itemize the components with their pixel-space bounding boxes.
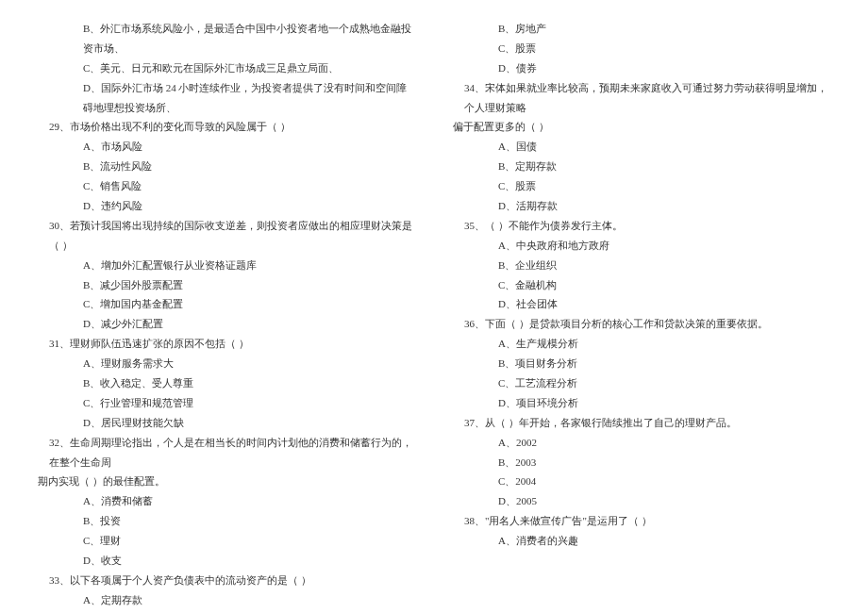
q32-option-a: A、消费和储蓄 (38, 491, 415, 511)
q35-option-d: D、社会团体 (453, 294, 830, 314)
q35-stem: 35、（ ）不能作为债券发行主体。 (453, 216, 830, 236)
q36-option-a: A、生产规模分析 (453, 334, 830, 354)
q32-option-b: B、投资 (38, 511, 415, 531)
q28-option-b: B、外汇市场系统风险小，是最适合中国中小投资者地一个成熟地金融投资市场、 (38, 19, 415, 58)
q31-stem: 31、理财师队伍迅速扩张的原因不包括（ ） (38, 334, 415, 354)
q29-stem: 29、市场价格出现不利的变化而导致的风险属于（ ） (38, 117, 415, 137)
q37-stem: 37、从（ ）年开始，各家银行陆续推出了自己的理财产品。 (453, 413, 830, 433)
q33-option-c: C、股票 (453, 39, 830, 58)
q35-option-c: C、金融机构 (453, 275, 830, 295)
q34-option-a: A、国债 (453, 137, 830, 157)
q33-option-d: D、债券 (453, 58, 830, 78)
q37-option-b: B、2003 (453, 453, 830, 472)
q31-option-a: A、理财服务需求大 (38, 354, 415, 373)
q37-option-d: D、2005 (453, 491, 830, 511)
q29-option-d: D、违约风险 (38, 196, 415, 216)
q32-option-c: C、理财 (38, 531, 415, 551)
q30-option-a: A、增加外汇配置银行从业资格证题库 (38, 256, 415, 275)
q33-option-b: B、房地产 (453, 19, 830, 39)
q31-option-d: D、居民理财技能欠缺 (38, 413, 415, 433)
right-column: B、房地产 C、股票 D、债券 34、宋体如果就业率比较高，预期未来家庭收入可通… (453, 19, 830, 610)
q37-option-c: C、2004 (453, 472, 830, 491)
q29-option-b: B、流动性风险 (38, 157, 415, 176)
q35-option-a: A、中央政府和地方政府 (453, 236, 830, 256)
q32-option-d: D、收支 (38, 551, 415, 571)
q30-stem: 30、若预计我国将出现持续的国际收支逆差，则投资者应做出的相应理财决策是（ ） (38, 216, 415, 256)
q29-option-a: A、市场风险 (38, 137, 415, 157)
q32-stem-line1: 32、生命周期理论指出，个人是在相当长的时间内计划他的消费和储蓄行为的，在整个生… (38, 433, 415, 472)
q31-option-b: B、收入稳定、受人尊重 (38, 373, 415, 393)
left-column: B、外汇市场系统风险小，是最适合中国中小投资者地一个成熟地金融投资市场、 C、美… (38, 19, 415, 610)
q34-stem-line1: 34、宋体如果就业率比较高，预期未来家庭收入可通过努力劳动获得明显增加，个人理财… (453, 78, 830, 118)
q36-option-b: B、项目财务分析 (453, 354, 830, 373)
q31-option-c: C、行业管理和规范管理 (38, 393, 415, 413)
q36-option-c: C、工艺流程分析 (453, 373, 830, 393)
q34-stem-line2: 偏于配置更多的（ ） (453, 117, 830, 137)
q30-option-c: C、增加国内基金配置 (38, 294, 415, 314)
q36-option-d: D、项目环境分析 (453, 393, 830, 413)
q29-option-c: C、销售风险 (38, 176, 415, 196)
q28-option-c: C、美元、日元和欧元在国际外汇市场成三足鼎立局面、 (38, 58, 415, 78)
q33-stem: 33、以下各项属于个人资产负债表中的流动资产的是（ ） (38, 571, 415, 590)
q32-stem-line2: 期内实现（ ）的最佳配置。 (38, 472, 415, 491)
q38-option-a: A、消费者的兴趣 (453, 531, 830, 551)
q33-option-a: A、定期存款 (38, 590, 415, 610)
q34-option-b: B、定期存款 (453, 157, 830, 176)
q34-option-d: D、活期存款 (453, 196, 830, 216)
q28-option-d: D、国际外汇市场 24 小时连续作业，为投资者提供了没有时间和空间障碍地理想投资… (38, 78, 415, 118)
q34-option-c: C、股票 (453, 176, 830, 196)
q30-option-d: D、减少外汇配置 (38, 314, 415, 334)
q36-stem: 36、下面（ ）是贷款项目分析的核心工作和贷款决策的重要依据。 (453, 314, 830, 334)
q38-stem: 38、"用名人来做宣传广告"是运用了（ ） (453, 511, 830, 531)
q30-option-b: B、减少国外股票配置 (38, 275, 415, 295)
two-column-layout: B、外汇市场系统风险小，是最适合中国中小投资者地一个成熟地金融投资市场、 C、美… (38, 19, 830, 610)
q37-option-a: A、2002 (453, 433, 830, 453)
q35-option-b: B、企业组织 (453, 256, 830, 275)
